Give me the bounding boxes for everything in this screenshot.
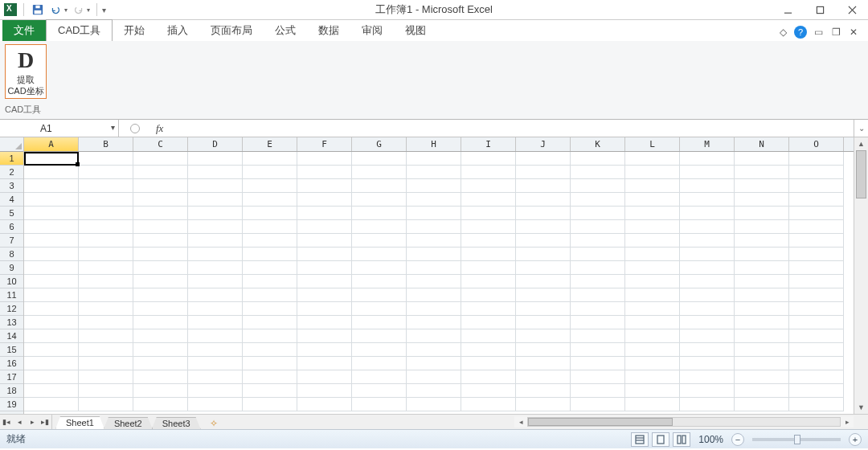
cell[interactable] [24,152,79,166]
fx-label[interactable]: fx [156,122,163,135]
column-header[interactable]: C [133,137,188,151]
cell[interactable] [297,370,352,384]
cell[interactable] [352,370,407,384]
column-header[interactable]: L [625,137,680,151]
scroll-up-icon[interactable]: ▲ [854,137,868,150]
cell[interactable] [461,193,516,207]
cell[interactable] [24,234,79,248]
row-header[interactable]: 9 [0,261,23,275]
cell[interactable] [571,288,625,302]
row-header[interactable]: 18 [0,384,23,398]
cell[interactable] [516,370,571,384]
cell[interactable] [407,398,461,411]
cell[interactable] [789,248,844,261]
cell[interactable] [461,370,516,384]
cell[interactable] [625,316,680,329]
cell[interactable] [133,398,188,411]
cell[interactable] [407,384,461,398]
sheet-tab-sheet3[interactable]: Sheet3 [152,417,201,429]
sheet-nav-first-icon[interactable]: ▮◂ [0,415,13,429]
column-header[interactable]: H [407,137,461,151]
tab-home[interactable]: 开始 [113,20,156,41]
cell[interactable] [461,152,516,166]
cell[interactable] [461,343,516,357]
column-header[interactable]: M [680,137,735,151]
cell[interactable] [24,398,79,411]
cell[interactable] [352,207,407,220]
view-page-break-button[interactable] [673,432,690,447]
cell[interactable] [352,302,407,316]
window-minimize-button[interactable] [772,0,804,20]
tab-file[interactable]: 文件 [2,20,46,41]
cell[interactable] [352,316,407,329]
cell[interactable] [735,316,789,329]
cell[interactable] [79,343,133,357]
cell[interactable] [24,316,79,329]
formula-input[interactable] [168,120,854,137]
cell[interactable] [243,248,297,261]
cell[interactable] [352,275,407,288]
cell[interactable] [571,343,625,357]
horizontal-scrollbar[interactable]: ◂ ▸ [514,416,854,428]
cell[interactable] [24,248,79,261]
cell[interactable] [297,261,352,275]
cell[interactable] [680,193,735,207]
column-header[interactable]: D [188,137,243,151]
cell[interactable] [680,275,735,288]
cell[interactable] [680,179,735,193]
cell[interactable] [461,329,516,343]
cell[interactable] [24,166,79,179]
cell[interactable] [188,288,243,302]
cell[interactable] [625,179,680,193]
cell[interactable] [133,316,188,329]
cell[interactable] [516,220,571,234]
cell[interactable] [352,179,407,193]
cell[interactable] [133,179,188,193]
cell[interactable] [625,166,680,179]
workbook-close-icon[interactable]: ✕ [847,26,860,39]
scroll-right-icon[interactable]: ▸ [841,418,854,426]
cell[interactable] [407,302,461,316]
cell[interactable] [516,275,571,288]
cell[interactable] [516,193,571,207]
cell[interactable] [407,329,461,343]
column-header[interactable]: I [461,137,516,151]
cell[interactable] [735,329,789,343]
cell[interactable] [625,357,680,370]
cell[interactable] [79,316,133,329]
sheet-nav-next-icon[interactable]: ▸ [26,415,39,429]
cell[interactable] [243,343,297,357]
new-sheet-button[interactable]: ✧ [205,418,223,429]
cell[interactable] [188,207,243,220]
cell[interactable] [407,316,461,329]
cell[interactable] [297,207,352,220]
tab-review[interactable]: 审阅 [350,20,394,41]
cell[interactable] [297,357,352,370]
cell[interactable] [407,343,461,357]
qat-save-button[interactable] [31,2,45,17]
cell[interactable] [297,343,352,357]
cell[interactable] [24,343,79,357]
qat-undo-dropdown-icon[interactable]: ▾ [64,6,68,14]
cell[interactable] [188,316,243,329]
cell[interactable] [571,193,625,207]
cell[interactable] [243,329,297,343]
cell[interactable] [680,207,735,220]
cell[interactable] [461,316,516,329]
cell[interactable] [680,261,735,275]
tab-cad-tools[interactable]: CAD工具 [46,19,113,41]
cell[interactable] [24,275,79,288]
cell[interactable] [79,288,133,302]
cell[interactable] [243,179,297,193]
cell[interactable] [789,261,844,275]
cells-area[interactable] [24,152,854,411]
cell[interactable] [188,343,243,357]
cell[interactable] [625,220,680,234]
cell[interactable] [735,152,789,166]
sheet-nav-last-icon[interactable]: ▸▮ [39,415,51,429]
cell[interactable] [680,248,735,261]
cell[interactable] [79,179,133,193]
row-header[interactable]: 11 [0,288,23,302]
cell[interactable] [133,248,188,261]
cell[interactable] [352,384,407,398]
